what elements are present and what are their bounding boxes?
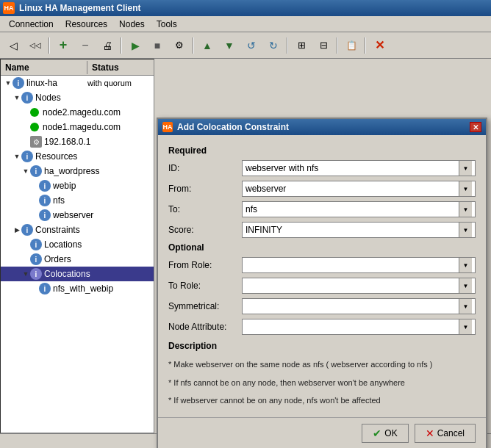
combo-from-text: webserver <box>246 184 459 194</box>
dialog-close-button[interactable]: ✕ <box>470 122 481 132</box>
form-row-symmetrical: Symmetrical: ▼ <box>168 298 476 314</box>
description-line-2: * If webserver cannot be on any node, nf… <box>168 391 476 410</box>
cancel-label: Cancel <box>437 428 465 438</box>
form-row-node-attr: Node Attribute: ▼ <box>168 319 476 335</box>
combo-from-arrow[interactable]: ▼ <box>459 181 472 196</box>
control-symmetrical: ▼ <box>242 298 476 314</box>
section-optional-label: Optional <box>168 242 476 253</box>
combo-to[interactable]: nfs ▼ <box>242 201 476 217</box>
section-required-label: Required <box>168 145 476 156</box>
control-id: webserver with nfs ▼ <box>242 160 476 176</box>
control-score: INFINITY ▼ <box>242 222 476 238</box>
combo-id-text: webserver with nfs <box>246 163 459 173</box>
dialog-overlay: HA Add Colocation Constraint ✕ Required … <box>0 0 491 448</box>
form-row-from-role: From Role: ▼ <box>168 257 476 273</box>
combo-from-role-arrow[interactable]: ▼ <box>459 258 472 272</box>
combo-to-arrow[interactable]: ▼ <box>459 202 472 217</box>
label-from-role: From Role: <box>168 260 242 270</box>
ok-icon: ✔ <box>373 427 381 439</box>
dialog-title: Add Colocation Constraint <box>177 122 470 132</box>
combo-id-arrow[interactable]: ▼ <box>459 161 472 176</box>
combo-score-text: INFINITY <box>246 225 459 235</box>
combo-node-attr[interactable]: ▼ <box>242 319 476 335</box>
combo-from-role[interactable]: ▼ <box>242 257 476 273</box>
dialog-icon: HA <box>162 122 173 132</box>
ok-label: OK <box>384 428 397 438</box>
dialog-titlebar: HA Add Colocation Constraint ✕ <box>158 119 486 135</box>
control-from: webserver ▼ <box>242 181 476 197</box>
label-score: Score: <box>168 225 242 235</box>
description-line-0: * Make webserver on the same node as nfs… <box>168 355 476 374</box>
description-line-1: * If nfs cannot be on any node, then web… <box>168 374 476 392</box>
label-symmetrical: Symmetrical: <box>168 301 242 311</box>
combo-score-arrow[interactable]: ▼ <box>459 223 472 237</box>
form-row-to-role: To Role: ▼ <box>168 278 476 294</box>
dialog-colocation: HA Add Colocation Constraint ✕ Required … <box>157 118 487 448</box>
combo-id[interactable]: webserver with nfs ▼ <box>242 160 476 176</box>
label-from: From: <box>168 184 242 194</box>
form-row-to: To: nfs ▼ <box>168 201 476 217</box>
combo-to-role-arrow[interactable]: ▼ <box>459 278 472 293</box>
label-to-role: To Role: <box>168 281 242 291</box>
cancel-button[interactable]: ✕ Cancel <box>415 424 476 443</box>
label-to: To: <box>168 204 242 214</box>
combo-symmetrical[interactable]: ▼ <box>242 298 476 314</box>
label-id: ID: <box>168 163 242 173</box>
control-to-role: ▼ <box>242 278 476 294</box>
form-row-id: ID: webserver with nfs ▼ <box>168 160 476 176</box>
dialog-footer: ✔ OK ✕ Cancel <box>158 417 486 449</box>
combo-to-role[interactable]: ▼ <box>242 278 476 294</box>
form-row-score: Score: INFINITY ▼ <box>168 222 476 238</box>
combo-score[interactable]: INFINITY ▼ <box>242 222 476 238</box>
description-section: Description * Make webserver on the same… <box>168 341 476 410</box>
cancel-icon: ✕ <box>426 427 434 439</box>
ok-button[interactable]: ✔ OK <box>362 424 408 443</box>
form-row-from: From: webserver ▼ <box>168 181 476 197</box>
combo-to-text: nfs <box>246 204 459 214</box>
section-description-label: Description <box>168 341 476 351</box>
control-node-attr: ▼ <box>242 319 476 335</box>
control-to: nfs ▼ <box>242 201 476 217</box>
label-node-attr: Node Attribute: <box>168 322 242 332</box>
combo-symmetrical-arrow[interactable]: ▼ <box>459 299 472 314</box>
combo-node-attr-arrow[interactable]: ▼ <box>459 319 472 334</box>
control-from-role: ▼ <box>242 257 476 273</box>
combo-from[interactable]: webserver ▼ <box>242 181 476 197</box>
dialog-body: Required ID: webserver with nfs ▼ From: … <box>158 135 486 417</box>
